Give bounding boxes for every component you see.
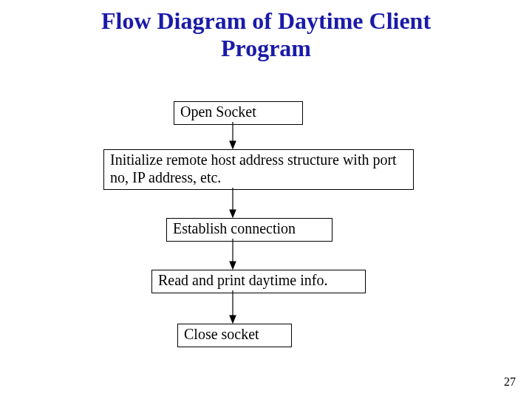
diagram-title: Flow Diagram of Daytime Client Program	[0, 0, 532, 62]
title-line-2: Program	[221, 35, 311, 61]
step-read-print: Read and print daytime info.	[151, 270, 366, 293]
step-label: Initialize remote host address structure…	[110, 151, 397, 185]
step-open-socket: Open Socket	[174, 101, 303, 125]
step-label: Read and print daytime info.	[158, 272, 327, 288]
page-number: 27	[504, 375, 516, 389]
step-label: Open Socket	[180, 103, 256, 120]
step-establish-connection: Establish connection	[166, 218, 332, 242]
title-line-1: Flow Diagram of Daytime Client	[101, 7, 431, 34]
step-close-socket: Close socket	[177, 324, 292, 347]
step-label: Close socket	[184, 326, 259, 342]
step-label: Establish connection	[173, 220, 296, 236]
step-init-address: Initialize remote host address structure…	[103, 149, 414, 190]
